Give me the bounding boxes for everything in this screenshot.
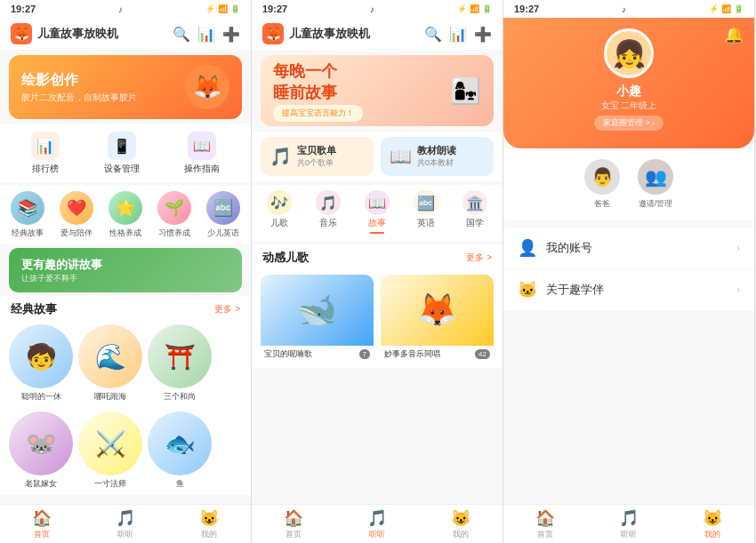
signal-icon-2: 📶 (470, 4, 479, 13)
song-section: 动感儿歌 更多 > 🐋 7 宝贝的呢喃歌 🦊 42 妙事多音乐同唱 (252, 244, 503, 368)
story-item-2[interactable]: 🌊 哪吒闹海 (78, 324, 142, 403)
mine-label-3: 我的 (704, 529, 720, 540)
boost-tag: 提高宝宝语言能力！ (273, 105, 363, 122)
listen-icon-1: 🎵 (116, 508, 135, 528)
status-icons-2: ⚡ 📶 🔋 (457, 4, 492, 13)
story-item-3[interactable]: ⛩️ 三个和尚 (148, 324, 212, 403)
search-icon-2[interactable]: 🔍 (424, 26, 442, 43)
song-card-1[interactable]: 🐋 7 宝贝的呢喃歌 (261, 275, 374, 363)
textbook-text: 教材朗读 共0本教材 (417, 144, 456, 169)
story-thumb-5: ⚔️ (78, 411, 142, 475)
profile-header: 🔔 👧 小趣 女宝 二年级上 家庭圈管理 > › (503, 18, 754, 148)
tab-english[interactable]: 🔤 英语 (414, 190, 438, 236)
tab-music[interactable]: 🎵 音乐 (316, 190, 341, 236)
cat-love[interactable]: ❤️ 爱与陪伴 (60, 191, 93, 239)
story-label-2: 哪吒闹海 (94, 391, 126, 403)
song-header: 动感儿歌 更多 > (252, 244, 503, 269)
song-badge-2: 42 (475, 349, 490, 359)
cat-icon-4: 🌱 (157, 191, 191, 225)
tab-label-3: 故事 (368, 217, 386, 229)
nav-home-3[interactable]: 🏠 首页 (503, 505, 587, 543)
tab-story[interactable]: 📖 故事 (365, 190, 390, 236)
battery-icon: 🔋 (230, 4, 240, 13)
tab-icon-2: 🎵 (316, 190, 341, 215)
ranking-icon: 📊 (31, 132, 60, 160)
add-icon-2[interactable]: ➕ (474, 26, 492, 43)
cat-classic[interactable]: 📚 经典故事 (11, 191, 44, 239)
cat-label-2: 爱与陪伴 (60, 228, 92, 239)
category-row: 📚 经典故事 ❤️ 爱与陪伴 🌟 性格养成 🌱 习惯养成 🔤 少儿英语 (0, 186, 251, 244)
card-textbook[interactable]: 📖 教材朗读 共0本教材 (381, 137, 494, 176)
promo-title: 更有趣的讲故事 (21, 257, 229, 273)
story-thumb-4: 🐭 (9, 411, 73, 475)
nav-listen-2[interactable]: 🎵 听听 (335, 505, 419, 543)
panel-home: 19:27 ♪ ⚡ 📶 🔋 🦊 儿童故事放映机 🔍 📊 ➕ 绘影创作 胶片二次配… (0, 0, 252, 543)
account-arrow: › (736, 242, 740, 254)
member-dad[interactable]: 👨 爸爸 (584, 159, 620, 210)
member-invite[interactable]: 👥 邀请/管理 (638, 159, 673, 210)
chart-icon-2[interactable]: 📊 (449, 26, 467, 43)
top-nav-1: 🦊 儿童故事放映机 🔍 📊 ➕ (0, 18, 251, 50)
tab-childsong[interactable]: 🎶 儿歌 (267, 190, 292, 236)
chart-icon[interactable]: 📊 (197, 26, 215, 43)
search-icon[interactable]: 🔍 (173, 26, 190, 43)
device-label: 设备管理 (104, 163, 140, 175)
textbook-icon: 📖 (390, 146, 412, 167)
quick-ranking[interactable]: 📊 排行榜 (31, 132, 60, 175)
story-item-6[interactable]: 🐟 鱼 (148, 411, 212, 490)
nav-mine-1[interactable]: 😺 我的 (167, 505, 251, 543)
hero-banner[interactable]: 每晚一个 睡前故事 提高宝宝语言能力！ 👩‍👧 (261, 55, 494, 126)
nav-listen-3[interactable]: 🎵 听听 (587, 505, 671, 543)
member-row: 👨 爸爸 👥 邀请/管理 (503, 148, 754, 220)
battery-icon-2: 🔋 (482, 4, 492, 13)
quick-device[interactable]: 📱 设备管理 (104, 132, 140, 175)
banner-sub: 胶片二次配音，自制故事胶片 (21, 92, 137, 104)
promo-banner[interactable]: 更有趣的讲故事 让孩子爱不释手 (9, 248, 242, 292)
cat-character[interactable]: 🌟 性格养成 (109, 191, 142, 239)
family-tag[interactable]: 家庭圈管理 > › (594, 116, 664, 131)
tab-label-5: 国学 (466, 217, 484, 229)
time-2: 19:27 (262, 4, 287, 14)
song-card-2[interactable]: 🦊 42 妙事多音乐同唱 (381, 275, 494, 363)
nav-home-1[interactable]: 🏠 首页 (0, 505, 84, 543)
listen-label-2: 听听 (369, 529, 385, 540)
story-item-5[interactable]: ⚔️ 一寸法师 (78, 411, 142, 490)
menu-about[interactable]: 🐱 关于趣学伴 › (503, 269, 754, 310)
bell-icon[interactable]: 🔔 (724, 25, 744, 44)
quick-guide[interactable]: 📖 操作指南 (184, 132, 220, 175)
creative-banner[interactable]: 绘影创作 胶片二次配音，自制故事胶片 🦊 (9, 55, 242, 119)
add-icon[interactable]: ➕ (222, 26, 240, 43)
mine-label-1: 我的 (201, 529, 217, 540)
banner-fox: 🦊 (185, 65, 229, 109)
hero-text: 每晚一个 睡前故事 提高宝宝语言能力！ (273, 60, 363, 122)
signal-icon-3: 📶 (721, 4, 731, 13)
card-playlist[interactable]: 🎵 宝贝歌单 共0个歌单 (261, 137, 374, 176)
bluetooth-icon: ⚡ (205, 4, 215, 13)
time-3: 19:27 (514, 4, 539, 14)
nav-listen-1[interactable]: 🎵 听听 (84, 505, 167, 543)
cat-icon-2: ❤️ (60, 191, 93, 225)
listen-label-3: 听听 (621, 529, 637, 540)
cat-english[interactable]: 🔤 少儿英语 (206, 191, 240, 239)
app-icon-1: 🦊 (11, 23, 32, 44)
story-item-1[interactable]: 🧒 聪明的一休 (9, 324, 73, 403)
cat-label-1: 经典故事 (12, 228, 44, 239)
menu-account[interactable]: 👤 我的账号 › (503, 228, 754, 269)
song-name-1: 宝贝的呢喃歌 (261, 346, 374, 363)
account-label: 我的账号 (546, 240, 736, 256)
banner-title: 绘影创作 (21, 71, 137, 90)
home-icon-1: 🏠 (32, 508, 52, 528)
about-label: 关于趣学伴 (546, 282, 736, 298)
nav-mine-2[interactable]: 😺 我的 (419, 505, 503, 543)
bottom-nav-2: 🏠 首页 🎵 听听 😺 我的 (252, 504, 503, 543)
story-item-4[interactable]: 🐭 老鼠嫁女 (9, 411, 73, 490)
dong-more[interactable]: 更多 > (466, 252, 492, 264)
song-badge-1: 7 (359, 349, 370, 359)
stories-more[interactable]: 更多 > (214, 303, 240, 315)
story-thumb-3: ⛩️ (148, 324, 212, 388)
story-label-1: 聪明的一休 (21, 391, 61, 403)
nav-mine-3[interactable]: 😺 我的 (671, 505, 754, 543)
tab-guoxue[interactable]: 🏛️ 国学 (462, 190, 487, 236)
cat-habit[interactable]: 🌱 习惯养成 (157, 191, 191, 239)
nav-home-2[interactable]: 🏠 首页 (252, 505, 335, 543)
